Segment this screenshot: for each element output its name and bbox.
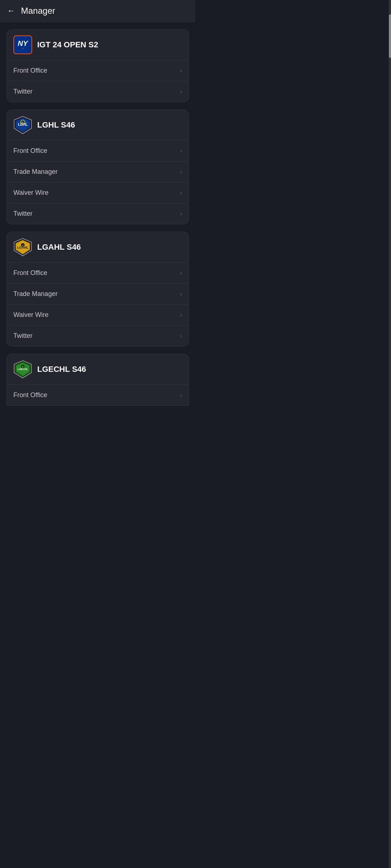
menu-item-lghl-trade-manager[interactable]: Trade Manager› bbox=[7, 162, 189, 182]
menu-label-lgechl-front-office: Front Office bbox=[13, 391, 47, 399]
league-card-igt24: NY+IGT 24 OPEN S2Front Office›Twitter› bbox=[7, 29, 189, 102]
league-logo-lghl: LGHL L bbox=[13, 116, 32, 134]
league-card-lgechl: LGECHL E LGECHL S46Front Office› bbox=[7, 354, 189, 406]
menu-item-lgahl-trade-manager[interactable]: Trade Manager› bbox=[7, 284, 189, 305]
league-name-lghl: LGHL S46 bbox=[37, 120, 75, 130]
chevron-icon-lgahl-trade-manager: › bbox=[180, 291, 182, 297]
chevron-icon-lghl-twitter: › bbox=[180, 211, 182, 217]
menu-item-lghl-front-office[interactable]: Front Office› bbox=[7, 141, 189, 162]
chevron-icon-lghl-trade-manager: › bbox=[180, 169, 182, 175]
header: ← Manager bbox=[0, 0, 196, 22]
chevron-icon-lgahl-waiver-wire: › bbox=[180, 312, 182, 318]
chevron-icon-igt24-front-office: › bbox=[180, 68, 182, 74]
chevron-icon-lgechl-front-office: › bbox=[180, 392, 182, 399]
menu-item-lgahl-front-office[interactable]: Front Office› bbox=[7, 263, 189, 284]
menu-label-igt24-front-office: Front Office bbox=[13, 67, 47, 74]
chevron-icon-lghl-front-office: › bbox=[180, 148, 182, 154]
league-header-lgechl: LGECHL E LGECHL S46 bbox=[7, 354, 189, 385]
league-name-igt24: IGT 24 OPEN S2 bbox=[37, 40, 98, 50]
menu-label-lgahl-front-office: Front Office bbox=[13, 269, 47, 277]
league-name-lgahl: LGAHL S46 bbox=[37, 242, 81, 252]
page-title: Manager bbox=[21, 6, 55, 16]
league-header-igt24: NY+IGT 24 OPEN S2 bbox=[7, 30, 189, 60]
menu-item-lgahl-waiver-wire[interactable]: Waiver Wire› bbox=[7, 305, 189, 326]
svg-text:LGECHL: LGECHL bbox=[18, 368, 29, 370]
league-card-lgahl: LGAHL A LGAHL S46Front Office›Trade Mana… bbox=[7, 232, 189, 347]
chevron-icon-igt24-twitter: › bbox=[180, 89, 182, 95]
menu-label-lgahl-waiver-wire: Waiver Wire bbox=[13, 311, 48, 319]
league-header-lghl: LGHL L LGHL S46 bbox=[7, 110, 189, 141]
league-name-lgechl: LGECHL S46 bbox=[37, 365, 86, 374]
menu-item-igt24-front-office[interactable]: Front Office› bbox=[7, 60, 189, 81]
menu-label-lghl-trade-manager: Trade Manager bbox=[13, 168, 57, 176]
menu-label-lghl-waiver-wire: Waiver Wire bbox=[13, 189, 48, 197]
menu-label-lghl-front-office: Front Office bbox=[13, 147, 47, 155]
svg-text:A: A bbox=[22, 244, 24, 246]
league-header-lgahl: LGAHL A LGAHL S46 bbox=[7, 232, 189, 263]
menu-label-lghl-twitter: Twitter bbox=[13, 210, 33, 218]
league-list: NY+IGT 24 OPEN S2Front Office›Twitter› L… bbox=[0, 22, 196, 413]
league-logo-lgahl: LGAHL A bbox=[13, 238, 32, 257]
menu-label-lgahl-twitter: Twitter bbox=[13, 332, 33, 340]
menu-item-igt24-twitter[interactable]: Twitter› bbox=[7, 81, 189, 102]
menu-item-lghl-twitter[interactable]: Twitter› bbox=[7, 203, 189, 224]
menu-item-lgechl-front-office[interactable]: Front Office› bbox=[7, 385, 189, 405]
league-logo-igt24: NY+ bbox=[13, 35, 32, 54]
league-card-lghl: LGHL L LGHL S46Front Office›Trade Manage… bbox=[7, 109, 189, 224]
menu-label-igt24-twitter: Twitter bbox=[13, 88, 33, 95]
league-logo-lgechl: LGECHL E bbox=[13, 360, 32, 379]
chevron-icon-lgahl-front-office: › bbox=[180, 270, 182, 276]
svg-text:L: L bbox=[22, 121, 24, 124]
menu-item-lghl-waiver-wire[interactable]: Waiver Wire› bbox=[7, 182, 189, 203]
chevron-icon-lgahl-twitter: › bbox=[180, 333, 182, 339]
back-button[interactable]: ← bbox=[7, 6, 15, 16]
svg-text:E: E bbox=[22, 366, 23, 368]
chevron-icon-lghl-waiver-wire: › bbox=[180, 190, 182, 196]
menu-label-lgahl-trade-manager: Trade Manager bbox=[13, 290, 57, 298]
menu-item-lgahl-twitter[interactable]: Twitter› bbox=[7, 326, 189, 346]
